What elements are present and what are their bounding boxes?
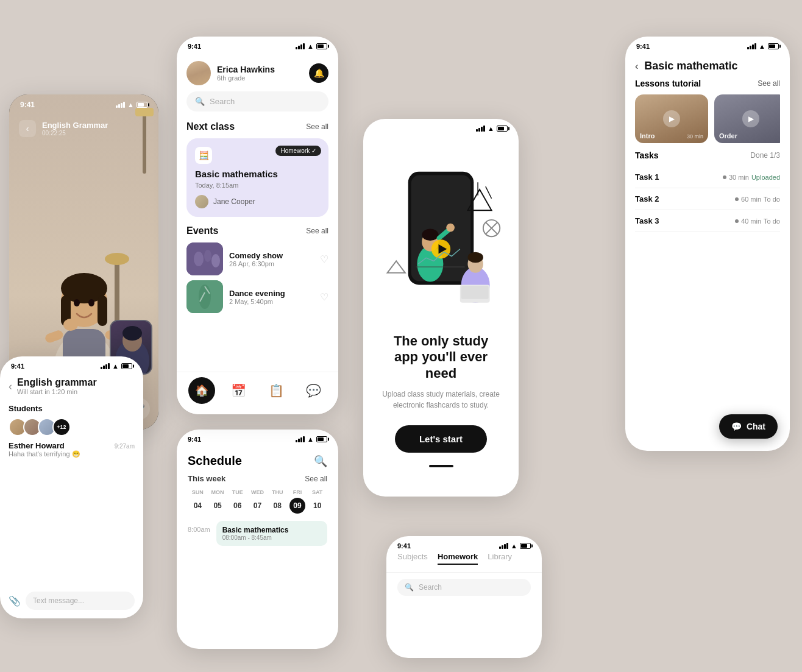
chat-msg-text: Haha that's terrifying 😁 <box>9 450 135 458</box>
event-1-name: Comedy show <box>229 251 314 260</box>
tasks-header: Tasks Done 1/3 <box>635 150 780 160</box>
scene: 9:41 ▲ ‹ English Grammar 00:22:25 <box>0 0 802 672</box>
detail-status-bar: 9:41 ▲ <box>625 37 790 52</box>
week-section-header: This week See all <box>188 474 327 483</box>
event-2-name: Dance evening <box>229 289 314 298</box>
chat-fab-button[interactable]: 💬 Chat <box>719 414 778 439</box>
student-count-badge: +12 <box>52 418 71 436</box>
svg-point-21 <box>199 285 211 309</box>
task-2-status: To do <box>764 196 780 203</box>
event-2[interactable]: Dance evening 2 May, 5:40pm ♡ <box>186 280 328 313</box>
lessons-see-all[interactable]: See all <box>758 79 780 88</box>
task-2-row[interactable]: Task 2 60 min To do <box>635 188 780 210</box>
detail-title: Basic mathematic <box>644 60 737 73</box>
onboard-desc: Upload class study materials, create ele… <box>381 389 500 411</box>
bottom-nav: 🏠 📅 📋 💬 <box>177 372 338 414</box>
events-label: Events <box>186 225 218 236</box>
chat-fab-label: Chat <box>747 422 765 431</box>
event-1[interactable]: Comedy show 26 Apr, 6:30pm ♡ <box>186 242 328 275</box>
task-2-name: Task 2 <box>635 194 659 203</box>
onboard-illustration <box>375 153 506 333</box>
chat-status-time: 9:41 <box>11 363 24 370</box>
lesson-1-duration: 30 min <box>687 133 703 140</box>
nav-home[interactable]: 🏠 <box>188 377 215 404</box>
next-class-label: Next class <box>186 121 235 132</box>
lesson-1-play[interactable]: ▶ <box>663 110 680 127</box>
chat-call-title: English grammar <box>17 377 97 388</box>
task-3-dot <box>735 219 739 223</box>
notification-bell[interactable]: 🔔 <box>309 63 328 83</box>
chat-back-button[interactable]: ‹ <box>9 380 12 393</box>
svg-point-15 <box>122 326 142 341</box>
week-days: SUN 04 MON 05 TUE 06 WED 07 THU 08 <box>188 489 327 514</box>
lessons-section: Lessons tutorial See all ▶ Intro 30 min … <box>625 79 790 150</box>
week-see-all[interactable]: See all <box>305 475 327 483</box>
home-status-time: 9:41 <box>188 43 201 50</box>
svg-point-12 <box>63 319 78 331</box>
task-1-row[interactable]: Task 1 30 min Uploaded <box>635 166 780 188</box>
schedule-header: Schedule 🔍 <box>177 445 338 474</box>
task-2-time: 60 min <box>741 196 761 203</box>
task-3-name: Task 3 <box>635 216 659 225</box>
events-section-header: Events See all <box>186 225 328 236</box>
phone-schedule: 9:41 ▲ Schedule 🔍 This week See all SUN … <box>177 430 338 649</box>
teacher-info: Jane Cooper <box>195 195 320 208</box>
progress-indicator <box>429 465 453 467</box>
detail-back-button[interactable]: ‹ <box>635 61 638 72</box>
lessons-label: Lessons tutorial <box>635 79 701 88</box>
chat-fab-icon: 💬 <box>731 422 742 431</box>
task-2-dot <box>735 197 739 201</box>
tasks-done: Done 1/3 <box>750 151 780 160</box>
schedule-title: Schedule <box>188 454 242 468</box>
tab-homework[interactable]: Homework <box>438 552 478 565</box>
video-call-title: English Grammar <box>42 121 108 130</box>
video-back-button[interactable]: ‹ <box>19 120 36 137</box>
nav-calendar[interactable]: 📅 <box>225 377 252 404</box>
svg-line-32 <box>486 186 492 199</box>
svg-point-17 <box>194 252 204 266</box>
next-class-see-all[interactable]: See all <box>306 122 328 131</box>
search-bar[interactable]: 🔍 Search <box>186 91 328 111</box>
tasks-section: Tasks Done 1/3 Task 1 30 min Uploaded Ta… <box>625 150 790 232</box>
homework-search[interactable]: 🔍 Search <box>397 579 531 596</box>
attach-icon[interactable]: 📎 <box>9 595 21 607</box>
chat-text-input[interactable]: Text message... <box>26 592 135 610</box>
nav-notes[interactable]: 📋 <box>263 377 289 404</box>
lesson-card-1[interactable]: ▶ Intro 30 min <box>635 94 708 143</box>
event-1-favorite[interactable]: ♡ <box>320 253 328 265</box>
events-see-all[interactable]: See all <box>306 227 328 235</box>
class-card[interactable]: Homework ✓ 🧮 Basic mathematics Today, 8:… <box>186 138 328 217</box>
task-1-meta: 30 min Uploaded <box>723 174 780 181</box>
day-thu: THU 08 <box>268 489 288 514</box>
event-2-favorite[interactable]: ♡ <box>320 291 328 303</box>
class-block[interactable]: Basic mathematics 08:00am - 8:45am <box>216 521 327 546</box>
students-section: Students +12 <box>0 398 143 436</box>
task-3-row[interactable]: Task 3 40 min To do <box>635 210 780 232</box>
phone-onboard: ▲ <box>363 119 519 497</box>
scheduled-class-time: 08:00am - 8:45am <box>222 534 321 541</box>
lets-start-button[interactable]: Let's start <box>395 425 487 453</box>
onboard-text: The only study app you'll ever need Uplo… <box>375 333 506 425</box>
schedule-search-icon[interactable]: 🔍 <box>314 454 327 468</box>
user-name: Erica Hawkins <box>217 65 275 74</box>
tab-library[interactable]: Library <box>488 552 512 565</box>
chat-start-time: Will start in 1:20 min <box>17 388 97 395</box>
svg-point-40 <box>467 252 483 263</box>
lessons-header: Lessons tutorial See all <box>635 79 780 88</box>
user-grade: 6th grade <box>217 74 275 82</box>
hw-search-icon: 🔍 <box>405 583 414 592</box>
svg-point-1 <box>105 253 129 265</box>
nav-chat[interactable]: 💬 <box>300 377 327 404</box>
svg-rect-10 <box>44 329 64 344</box>
teacher-avatar <box>195 195 208 208</box>
lesson-2-play[interactable]: ▶ <box>742 110 759 127</box>
day-sun: SUN 04 <box>188 489 208 514</box>
svg-rect-42 <box>461 286 489 299</box>
day-fri[interactable]: FRI 09 <box>288 489 308 514</box>
event-2-photo <box>186 280 223 313</box>
svg-point-30 <box>446 224 455 232</box>
task-1-name: Task 1 <box>635 172 659 182</box>
tab-subjects[interactable]: Subjects <box>397 552 428 565</box>
lesson-card-2[interactable]: ▶ Order <box>714 94 780 143</box>
event-1-date: 26 Apr, 6:30pm <box>229 260 314 267</box>
